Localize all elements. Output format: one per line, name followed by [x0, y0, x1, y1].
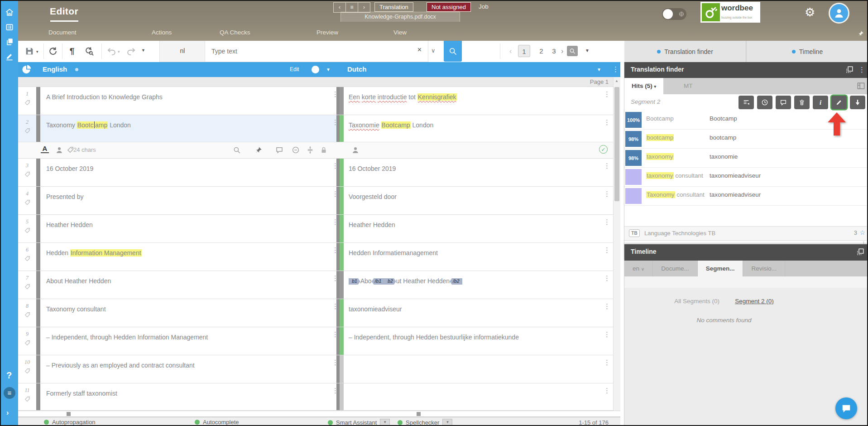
menu-view[interactable]: View	[393, 29, 407, 40]
gear-icon[interactable]: ⚙	[805, 5, 815, 19]
format-tag[interactable]: /b2	[450, 278, 462, 285]
menu-actions[interactable]: Actions	[152, 29, 172, 40]
status-autopropagation[interactable]: Autopropagation	[44, 419, 95, 426]
edit-button[interactable]	[831, 96, 847, 109]
minus-circle-icon[interactable]	[292, 146, 300, 154]
help-icon[interactable]: ?	[6, 370, 12, 381]
source-menu-icon[interactable]: ⋮	[332, 359, 339, 366]
next-document-button[interactable]: ›	[358, 2, 370, 13]
target-menu-icon[interactable]: ⋮	[604, 359, 610, 366]
expand-sidebar-icon[interactable]: ›	[6, 409, 9, 417]
source-menu-icon[interactable]: ⋮	[332, 219, 339, 225]
source-cell[interactable]: Taxonomy Bootcamp London	[46, 115, 325, 130]
target-cell[interactable]: taxonomieadviseur	[349, 299, 598, 314]
edit-pen-icon[interactable]	[5, 52, 14, 61]
scrollbar-thumb[interactable]	[614, 87, 619, 201]
search-button[interactable]	[444, 41, 462, 62]
target-menu-icon[interactable]: ⋮	[604, 275, 610, 281]
save-icon[interactable]	[24, 46, 34, 56]
pin-icon[interactable]	[857, 30, 864, 37]
job-label[interactable]: Job	[479, 3, 489, 10]
target-menu-icon[interactable]: ⋮	[604, 331, 610, 338]
segment-row-11[interactable]: 11 Formerly staff taxonomist ⋮ ⋮	[18, 383, 620, 411]
hit-row-4[interactable]: taxonomy consultant taxonomieadviseur	[624, 168, 868, 187]
forms-icon[interactable]	[5, 23, 14, 32]
clear-search-icon[interactable]: ×	[417, 46, 422, 54]
undo-caret-icon[interactable]: ▾	[118, 49, 120, 54]
star-icon[interactable]: ☆	[859, 229, 865, 236]
insert-translation-button[interactable]	[850, 96, 865, 109]
menu-preview[interactable]: Preview	[317, 29, 338, 40]
comment-icon[interactable]	[275, 146, 283, 154]
source-menu-icon[interactable]: ⋮	[332, 275, 339, 281]
document-filename-tab[interactable]: Knowledge-Graphs.pdf.docx	[340, 12, 460, 22]
source-menu-icon[interactable]: ⋮	[332, 119, 339, 126]
column-handle[interactable]	[417, 412, 421, 416]
hit-row-5[interactable]: Taxonomy consultant taxonomieadviseur	[624, 187, 868, 206]
tab-translation-finder[interactable]: Translation finder	[624, 41, 746, 62]
segment-row-5[interactable]: 5 Heather Hedden ⋮ Heather Hedden ⋮	[18, 215, 620, 243]
source-menu-icon[interactable]: ⋮	[332, 387, 339, 394]
segment-row-8[interactable]: 8 Taxonomy consultant ⋮ taxonomieadviseu…	[18, 299, 620, 327]
insert-source-button[interactable]	[739, 96, 754, 109]
target-menu-icon[interactable]: ⋮	[604, 119, 610, 126]
target-cell[interactable]: Voorgesteld door	[349, 187, 598, 201]
target-menu-icon[interactable]: ⋮	[604, 91, 610, 97]
refresh-icon[interactable]	[48, 46, 58, 56]
source-menu-icon[interactable]: ⋮	[332, 247, 339, 253]
target-cell[interactable]: – Independent, through Hedden bestuurlij…	[349, 327, 598, 342]
delete-button[interactable]	[794, 96, 810, 109]
language-toggle[interactable]	[662, 8, 686, 20]
segment-row-10[interactable]: 10 – Previously as an employed and contr…	[18, 355, 620, 383]
source-menu-icon[interactable]: ⋮	[332, 163, 339, 169]
status-dropdown-icon[interactable]: ▼	[380, 419, 390, 426]
source-cell[interactable]: Heather Hedden	[46, 215, 325, 229]
menu-icon[interactable]: ≡	[4, 387, 15, 399]
format-tag[interactable]: b2	[384, 278, 396, 285]
edit-toggle[interactable]	[312, 66, 319, 73]
target-cell[interactable]: Een korte introductie tot Kennisgrafiek	[349, 87, 598, 102]
source-cell[interactable]: 16 October 2019	[46, 159, 325, 173]
avatar[interactable]	[829, 3, 849, 24]
target-menu-icon[interactable]: ⋮	[604, 163, 610, 169]
page-menu-caret-icon[interactable]: ▼	[585, 48, 590, 53]
distribute-icon[interactable]	[306, 146, 314, 154]
person-icon[interactable]	[55, 146, 63, 154]
source-cell[interactable]: A Brief Introduction to Knowledge Graphs	[46, 87, 325, 102]
person-icon[interactable]	[351, 146, 360, 154]
pilcrow-icon[interactable]: ¶	[67, 46, 77, 56]
termbase-row[interactable]: TB Language Technologies TB 3 ☆	[624, 226, 868, 241]
chat-button[interactable]	[835, 397, 857, 419]
lock-icon[interactable]	[320, 146, 328, 154]
search-options-caret-icon[interactable]: ∨	[431, 47, 436, 54]
source-menu-icon[interactable]: ⋮	[332, 331, 339, 338]
tag-icon[interactable]	[67, 146, 74, 153]
segment-row-1[interactable]: 1 A Brief Introduction to Knowledge Grap…	[18, 87, 620, 115]
filter-segment-2[interactable]: Segment 2 (0)	[735, 298, 774, 305]
page-button-1[interactable]: 1	[518, 45, 530, 57]
search-input[interactable]	[211, 44, 403, 58]
history-button[interactable]	[757, 96, 772, 109]
target-menu-icon[interactable]: ⋮	[604, 247, 610, 253]
progress-pie-icon[interactable]	[22, 64, 32, 74]
source-language-header[interactable]: English	[43, 65, 67, 73]
undo-icon[interactable]	[107, 46, 117, 56]
finder-menu-icon[interactable]: ⋮	[858, 66, 865, 74]
target-menu-icon[interactable]: ⋮	[604, 191, 610, 197]
tab-hits[interactable]: Hits (5) ▾	[624, 78, 663, 94]
status-spellchecker[interactable]: Spellchecker ▼	[398, 419, 452, 426]
timeline-lang-tab[interactable]: en ∨	[624, 261, 653, 276]
source-cell[interactable]: – Previously as an employed and contract…	[46, 355, 325, 370]
panel-divider[interactable]	[620, 62, 624, 426]
segment-row-7[interactable]: 7 About Heather Hedden ⋮ b1Abo/b1b2ut He…	[18, 271, 620, 299]
grid-menu-icon[interactable]: ⋮	[612, 65, 619, 73]
source-header-caret-icon[interactable]: ▼	[326, 67, 331, 72]
status-smart-assistant[interactable]: Smart Assistant ▼	[328, 419, 390, 426]
target-cell[interactable]: Heather Hedden	[349, 215, 598, 229]
info-button[interactable]: i	[813, 96, 828, 109]
source-menu-icon[interactable]: ⋮	[332, 91, 339, 97]
save-caret-icon[interactable]: ▾	[36, 49, 38, 54]
timeline-tab-segmen[interactable]: Segmen...	[698, 261, 743, 276]
detach-icon[interactable]	[845, 66, 854, 74]
tab-mt[interactable]: MT	[676, 78, 700, 94]
